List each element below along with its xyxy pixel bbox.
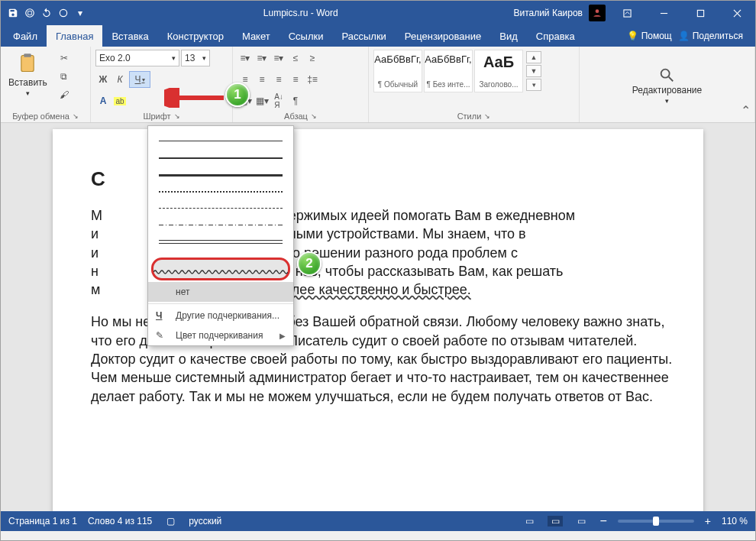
underline-dropdown: нет ЧДругие подчеркивания... ✎Цвет подче…: [147, 125, 294, 346]
style-nospacing[interactable]: АаБбВвГг,¶ Без инте...: [424, 50, 473, 92]
paragraph-dialog-icon[interactable]: ↘: [311, 112, 317, 120]
zoom-in-button[interactable]: +: [705, 515, 711, 527]
svg-rect-8: [21, 56, 34, 72]
align-center-icon[interactable]: ≡: [254, 71, 270, 88]
svg-point-1: [60, 9, 66, 16]
tab-design[interactable]: Конструктор: [158, 25, 233, 47]
zoom-slider[interactable]: [618, 520, 694, 523]
show-hide-icon[interactable]: ¶: [288, 92, 303, 109]
bold-button[interactable]: Ж: [95, 71, 111, 88]
zoom-out-button[interactable]: −: [599, 514, 606, 528]
ribbon: Вставить▾ ✂ ⧉ 🖌 Буфер обмена↘ Exo 2.0▾ 1…: [1, 47, 755, 123]
qat-more-icon[interactable]: ▾: [73, 5, 88, 21]
paste-button[interactable]: Вставить▾: [5, 50, 50, 99]
chevron-right-icon: ▶: [279, 332, 286, 340]
print-layout-icon[interactable]: ▭: [548, 516, 563, 526]
collapse-ribbon-icon[interactable]: ⌃: [741, 103, 751, 118]
style-heading[interactable]: АаБЗаголово...: [474, 50, 523, 92]
underline-style-double[interactable]: [159, 167, 283, 181]
underline-color[interactable]: ✎Цвет подчеркивания▶: [148, 326, 293, 345]
minimize-icon[interactable]: [648, 1, 679, 25]
redo-icon[interactable]: [56, 5, 71, 21]
indent-left-icon[interactable]: ≤: [288, 50, 303, 66]
close-icon[interactable]: [722, 1, 752, 25]
font-name-combo[interactable]: Exo 2.0▾: [95, 50, 179, 66]
align-right-icon[interactable]: ≡: [271, 71, 286, 88]
bulb-icon: 💡: [627, 31, 638, 41]
copy-icon[interactable]: ⧉: [57, 68, 72, 85]
title-bar: ▾ Lumpics.ru - Word Виталий Каиров: [1, 1, 755, 25]
underline-more[interactable]: ЧДругие подчеркивания...: [148, 306, 293, 326]
save-icon[interactable]: [22, 5, 37, 21]
status-language[interactable]: русский: [189, 516, 221, 526]
underline-none[interactable]: нет: [148, 282, 293, 302]
text-effects-icon[interactable]: A: [95, 92, 111, 109]
line-spacing-icon[interactable]: ‡≡: [305, 71, 320, 88]
underline-style-dotted[interactable]: [159, 184, 283, 198]
clipboard-dialog-icon[interactable]: ↘: [73, 112, 79, 120]
svg-rect-9: [24, 53, 31, 57]
callout-2: 2: [297, 251, 321, 276]
underline-style-thick[interactable]: [159, 151, 283, 164]
ribbon-options-icon[interactable]: [612, 1, 642, 25]
share-icon: 👤: [678, 31, 690, 41]
multilevel-icon[interactable]: ≡▾: [271, 50, 286, 66]
status-words[interactable]: Слово 4 из 115: [88, 516, 152, 526]
undo-icon[interactable]: [39, 5, 54, 21]
tab-mailings[interactable]: Рассылки: [332, 25, 395, 47]
maximize-icon[interactable]: [685, 1, 716, 25]
style-normal[interactable]: АаБбВвГг,¶ Обычный: [373, 50, 422, 92]
justify-icon[interactable]: ≡: [288, 71, 303, 88]
styles-up-icon[interactable]: ▲: [526, 51, 541, 63]
tab-help[interactable]: Справка: [527, 25, 584, 47]
underline-style-dashed[interactable]: [159, 201, 283, 215]
cut-icon[interactable]: ✂: [57, 50, 72, 66]
underline-style-single[interactable]: [159, 134, 283, 147]
borders-icon[interactable]: ▦▾: [254, 92, 270, 109]
status-page[interactable]: Страница 1 из 1: [8, 516, 77, 526]
italic-button[interactable]: К: [112, 71, 128, 88]
styles-dialog-icon[interactable]: ↘: [484, 112, 490, 120]
tab-file[interactable]: Файл: [4, 25, 47, 47]
tab-references[interactable]: Ссылки: [279, 25, 333, 47]
editing-button[interactable]: Редактирование▾: [629, 65, 705, 106]
window-title: Lumpics.ru - Word: [88, 8, 513, 18]
tell-me[interactable]: 💡Помощ: [627, 31, 672, 41]
underline-style-wavy[interactable]: [151, 258, 290, 280]
tab-home[interactable]: Главная: [47, 25, 102, 47]
numbering-icon[interactable]: ≡▾: [254, 50, 270, 66]
font-size-combo[interactable]: 13▾: [181, 50, 210, 66]
underline-button[interactable]: Ч▾: [129, 71, 150, 88]
tab-review[interactable]: Рецензирование: [396, 25, 490, 47]
zoom-level[interactable]: 110 %: [722, 516, 748, 526]
tab-layout[interactable]: Макет: [233, 25, 279, 47]
avatar[interactable]: [589, 5, 606, 21]
indent-right-icon[interactable]: ≥: [305, 50, 320, 66]
svg-point-2: [596, 9, 599, 13]
ribbon-tabs: Файл Главная Вставка Конструктор Макет С…: [1, 25, 755, 47]
underline-style-double-line[interactable]: [159, 235, 283, 248]
web-layout-icon[interactable]: ▭: [573, 516, 589, 526]
format-painter-icon[interactable]: 🖌: [57, 86, 72, 103]
spellcheck-icon[interactable]: ▢: [163, 516, 178, 526]
highlight-icon[interactable]: ab: [112, 92, 128, 109]
sort-icon[interactable]: А↓Я: [271, 92, 286, 109]
svg-point-10: [661, 69, 670, 77]
user-name[interactable]: Виталий Каиров: [513, 8, 583, 18]
status-bar: Страница 1 из 1 Слово 4 из 115 ▢ русский…: [1, 511, 755, 531]
share-button[interactable]: 👤Поделиться: [678, 31, 743, 41]
document-area[interactable]: С Мтов, одержимых идеей помогать Вам в е…: [1, 123, 755, 511]
autosave-icon[interactable]: [5, 5, 21, 21]
pen-icon: ✎: [156, 330, 163, 341]
font-dialog-icon[interactable]: ↘: [174, 112, 180, 120]
svg-line-11: [669, 76, 674, 81]
group-clipboard-label: Буфер обмена: [12, 112, 69, 121]
callout-1: 1: [225, 83, 250, 107]
bullets-icon[interactable]: ≡▾: [237, 50, 253, 66]
read-mode-icon[interactable]: ▭: [522, 516, 537, 526]
styles-down-icon[interactable]: ▼: [526, 65, 541, 77]
styles-more-icon[interactable]: ▾: [526, 79, 541, 91]
underline-style-dashdot[interactable]: [159, 218, 283, 232]
tab-insert[interactable]: Вставка: [102, 25, 157, 47]
tab-view[interactable]: Вид: [490, 25, 527, 47]
